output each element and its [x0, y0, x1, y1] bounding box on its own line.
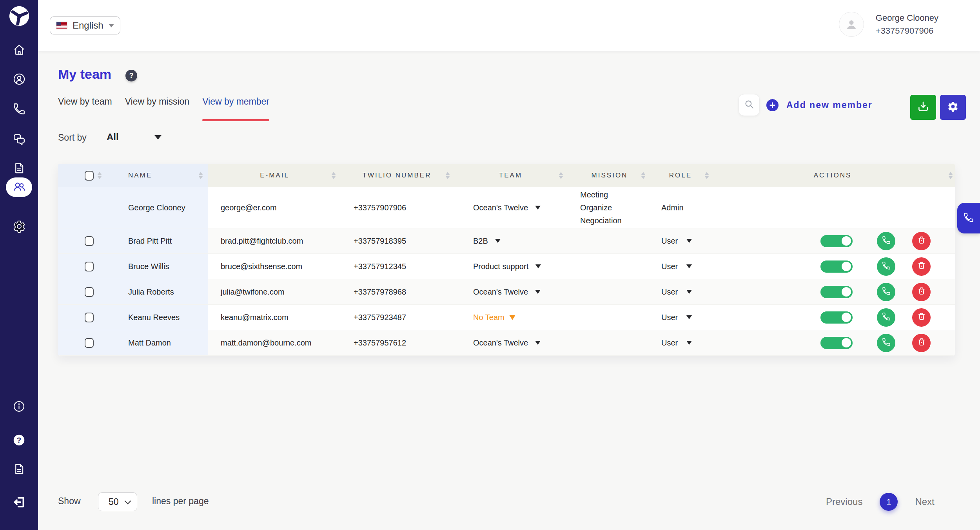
- search-button[interactable]: [739, 94, 760, 116]
- page-help-button[interactable]: ?: [125, 70, 137, 81]
- sidebar-item-help[interactable]: ?: [0, 434, 38, 448]
- status-toggle[interactable]: [820, 311, 853, 324]
- member-missions: [568, 228, 651, 253]
- role-dropdown[interactable]: User: [651, 330, 710, 355]
- member-missions: [568, 279, 651, 304]
- call-member-button[interactable]: [877, 334, 895, 352]
- sort-arrows-icon[interactable]: [332, 172, 336, 179]
- row-select-cell: [58, 279, 104, 304]
- chevron-down-icon[interactable]: [154, 135, 162, 139]
- row-checkbox[interactable]: [85, 236, 94, 246]
- phone-panel-tab[interactable]: [957, 203, 980, 233]
- role-dropdown[interactable]: User: [651, 254, 710, 279]
- column-header-actions[interactable]: ACTIONS: [710, 164, 955, 187]
- sort-by-value[interactable]: All: [107, 132, 119, 143]
- phone-icon: [882, 286, 891, 298]
- sidebar-item-settings[interactable]: [0, 220, 38, 235]
- trash-icon: [916, 337, 927, 349]
- sort-arrows-icon[interactable]: [199, 172, 203, 179]
- sidebar-item-logout[interactable]: [0, 495, 38, 511]
- next-page-button[interactable]: Next: [915, 496, 934, 507]
- column-header-twilio-number[interactable]: TWILIO NUMBER: [341, 164, 453, 187]
- sidebar-item-info[interactable]: [0, 400, 38, 414]
- table-settings-button[interactable]: [940, 95, 966, 120]
- sidebar-item-home[interactable]: [0, 43, 38, 58]
- add-new-member-button[interactable]: Add new member: [766, 94, 873, 116]
- sort-arrows-icon[interactable]: [705, 172, 709, 179]
- member-twilio-number: +33757957612: [341, 330, 453, 355]
- row-checkbox[interactable]: [85, 287, 94, 297]
- member-twilio-number: +33757923487: [341, 305, 453, 330]
- sort-arrows-icon[interactable]: [559, 172, 563, 179]
- team-dropdown[interactable]: Ocean's Twelve: [453, 187, 568, 228]
- call-member-button[interactable]: [877, 308, 895, 327]
- select-all-checkbox[interactable]: [85, 171, 94, 181]
- team-dropdown[interactable]: Product support: [453, 254, 568, 279]
- home-icon: [13, 43, 26, 58]
- team-dropdown[interactable]: No Team: [453, 305, 568, 330]
- per-page-select[interactable]: 50: [98, 492, 137, 511]
- call-member-button[interactable]: [877, 257, 895, 276]
- tab-view-by-mission[interactable]: View by mission: [125, 96, 189, 121]
- delete-member-button[interactable]: [912, 257, 931, 276]
- user-menu[interactable]: George Clooney +33757907906: [839, 12, 938, 37]
- table-body: George Clooneygeorge@er.com+33757907906O…: [58, 187, 955, 356]
- team-dropdown[interactable]: B2B: [453, 228, 568, 253]
- sidebar-item-conversations[interactable]: [0, 132, 38, 148]
- team-dropdown[interactable]: Ocean's Twelve: [453, 279, 568, 304]
- sort-arrows-icon[interactable]: [98, 172, 102, 179]
- search-icon: [744, 99, 754, 111]
- delete-member-button[interactable]: [912, 232, 931, 250]
- column-header-mission[interactable]: MISSION: [568, 164, 651, 187]
- current-page-badge[interactable]: 1: [880, 493, 898, 511]
- row-checkbox[interactable]: [85, 338, 94, 348]
- export-button[interactable]: [910, 95, 936, 120]
- sidebar-item-docs[interactable]: [0, 463, 38, 477]
- role-label: Admin: [661, 203, 684, 212]
- role-label: User: [661, 313, 678, 322]
- phone-icon: [13, 102, 26, 117]
- chevron-down-icon: [686, 341, 692, 345]
- toggle-knob: [842, 338, 851, 347]
- row-actions: [710, 330, 955, 355]
- download-icon: [916, 100, 930, 115]
- previous-page-button[interactable]: Previous: [826, 496, 862, 507]
- chat-bubbles-icon: [12, 132, 26, 148]
- team-label: Ocean's Twelve: [473, 338, 528, 347]
- sidebar-item-calls[interactable]: [0, 102, 38, 117]
- sidebar-item-contacts[interactable]: [0, 72, 38, 87]
- row-actions: [710, 228, 955, 253]
- delete-member-button[interactable]: [912, 334, 931, 352]
- sort-arrows-icon[interactable]: [446, 172, 450, 179]
- mission-item: Meeting: [580, 188, 608, 201]
- row-checkbox[interactable]: [85, 262, 94, 271]
- mission-item: Organize: [580, 201, 612, 214]
- call-member-button[interactable]: [877, 283, 895, 301]
- role-dropdown[interactable]: User: [651, 279, 710, 304]
- language-selector[interactable]: English: [50, 16, 120, 34]
- pagination: Previous 1 Next: [826, 493, 935, 511]
- column-header-team[interactable]: TEAM: [453, 164, 568, 187]
- status-toggle[interactable]: [820, 337, 853, 349]
- app-logo[interactable]: [0, 5, 38, 29]
- role-dropdown[interactable]: User: [651, 305, 710, 330]
- call-member-button[interactable]: [877, 232, 895, 250]
- status-toggle[interactable]: [820, 260, 853, 273]
- column-header-email[interactable]: E-MAIL: [208, 164, 341, 187]
- column-header-role[interactable]: ROLE: [651, 164, 710, 187]
- delete-member-button[interactable]: [912, 308, 931, 327]
- role-dropdown[interactable]: User: [651, 228, 710, 253]
- sidebar-item-documents[interactable]: [0, 162, 38, 176]
- status-toggle[interactable]: [820, 235, 853, 247]
- sort-arrows-icon[interactable]: [949, 172, 953, 179]
- row-checkbox[interactable]: [85, 313, 94, 322]
- delete-member-button[interactable]: [912, 283, 931, 301]
- status-toggle[interactable]: [820, 286, 853, 298]
- sort-arrows-icon[interactable]: [641, 172, 645, 179]
- team-label: Product support: [473, 262, 528, 271]
- tab-view-by-member[interactable]: View by member: [202, 96, 269, 121]
- tab-view-by-team[interactable]: View by team: [58, 96, 112, 121]
- team-dropdown[interactable]: Ocean's Twelve: [453, 330, 568, 355]
- column-header-name[interactable]: NAME: [104, 164, 208, 187]
- chevron-down-icon: [686, 315, 692, 319]
